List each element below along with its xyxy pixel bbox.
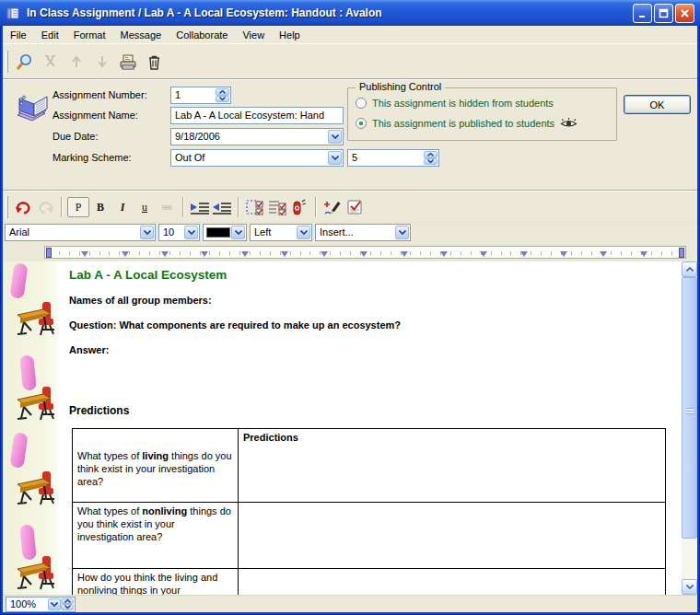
- checklist-button[interactable]: [266, 196, 288, 218]
- annotate-pen-button[interactable]: [321, 196, 344, 218]
- redo-button[interactable]: [34, 196, 56, 218]
- ruler-tab-marker[interactable]: [560, 251, 567, 257]
- marking-scheme-value: Out Of: [175, 152, 204, 163]
- ruler-tab-marker[interactable]: [480, 251, 487, 257]
- minimize-button[interactable]: [633, 4, 652, 23]
- italic-button[interactable]: I: [111, 196, 134, 218]
- document-editing-surface[interactable]: Lab A - A Local Ecosystem Names of all g…: [58, 261, 682, 595]
- table-answer-cell[interactable]: [239, 503, 665, 568]
- alignment-select[interactable]: Left: [250, 224, 312, 241]
- font-size-select[interactable]: 10: [158, 224, 200, 241]
- assignment-number-stepper[interactable]: 1: [170, 87, 231, 104]
- menu-format[interactable]: Format: [66, 27, 113, 43]
- assignment-name-input[interactable]: Lab A - A Local Ecosystem: Hand: [170, 107, 344, 124]
- radio-selected-icon[interactable]: [356, 118, 367, 129]
- menu-edit[interactable]: Edit: [34, 27, 66, 43]
- right-margin-marker[interactable]: [679, 248, 684, 258]
- marking-out-of-spin-buttons[interactable]: [424, 151, 438, 165]
- paragraph-style-button[interactable]: P: [67, 197, 89, 217]
- undo-icon: [15, 200, 32, 215]
- ok-button[interactable]: OK: [624, 95, 691, 114]
- marking-scheme-label: Marking Scheme:: [52, 152, 132, 163]
- scroll-down-button[interactable]: [682, 579, 697, 595]
- ruler-tab-marker[interactable]: [401, 251, 408, 257]
- assignment-number-spin-buttons[interactable]: [216, 88, 229, 102]
- due-date-dropdown-button[interactable]: [328, 130, 342, 144]
- trash-icon: [146, 53, 162, 71]
- delete-button[interactable]: [141, 50, 167, 74]
- font-family-value: Arial: [9, 226, 29, 238]
- alignment-dropdown-button[interactable]: [297, 226, 310, 239]
- indent-button[interactable]: [189, 196, 211, 218]
- search-button[interactable]: [12, 50, 38, 74]
- marking-out-of-stepper[interactable]: 5: [347, 149, 439, 167]
- zoom-control[interactable]: 100%: [6, 597, 76, 612]
- spin-up-icon[interactable]: [216, 88, 229, 96]
- decorative-margin-strip: [3, 261, 58, 595]
- maximize-icon: [659, 8, 669, 18]
- marking-scheme-dropdown-button[interactable]: [328, 151, 342, 165]
- maximize-button[interactable]: [654, 4, 673, 23]
- next-button[interactable]: [89, 50, 115, 74]
- ruler-tab-marker[interactable]: [81, 251, 88, 257]
- font-color-dropdown-button[interactable]: [231, 226, 245, 239]
- tools-button[interactable]: [38, 50, 64, 74]
- due-date-select[interactable]: 9/18/2006: [170, 128, 344, 145]
- radio-published-option[interactable]: This assignment is published to students: [356, 117, 578, 129]
- zoom-spin-buttons[interactable]: [61, 598, 74, 610]
- ruler-tab-marker[interactable]: [321, 251, 328, 257]
- checkbox-group-icon: [246, 199, 265, 215]
- font-size-dropdown-button[interactable]: [184, 226, 198, 239]
- ruler-tab-marker[interactable]: [122, 251, 129, 257]
- editor-toolbar-grip[interactable]: [6, 196, 8, 218]
- menu-view[interactable]: View: [235, 27, 272, 43]
- previous-button[interactable]: [64, 50, 89, 74]
- ruler-tab-marker[interactable]: [440, 251, 448, 257]
- scroll-up-button[interactable]: [682, 261, 697, 277]
- document-paragraph: Names of all group members:: [69, 295, 682, 307]
- ruler-tab-marker[interactable]: [600, 251, 607, 257]
- toolbar-grip[interactable]: [6, 51, 8, 73]
- table-answer-cell[interactable]: [239, 569, 665, 595]
- strikethrough-button[interactable]: sss: [156, 196, 178, 218]
- insert-number-button[interactable]: [288, 196, 310, 218]
- ruler-tab-marker[interactable]: [161, 251, 169, 257]
- ruler-tab-marker[interactable]: [241, 251, 249, 257]
- app-icon[interactable]: [6, 6, 21, 20]
- spin-down-icon[interactable]: [61, 604, 74, 610]
- underline-button[interactable]: u: [134, 196, 156, 218]
- form-checkbox-button[interactable]: [344, 196, 366, 218]
- undo-button[interactable]: [12, 196, 34, 218]
- radio-unselected-icon[interactable]: [356, 98, 367, 109]
- spin-down-icon[interactable]: [424, 158, 438, 166]
- ruler-tab-marker[interactable]: [360, 251, 368, 257]
- zoom-dropdown-button[interactable]: [48, 598, 61, 610]
- close-button[interactable]: [675, 4, 694, 23]
- ruler-tab-marker[interactable]: [520, 251, 528, 257]
- ruler-tab-marker[interactable]: [201, 251, 208, 257]
- ruler-tab-marker[interactable]: [281, 251, 288, 257]
- table-answer-cell[interactable]: [239, 447, 665, 502]
- radio-hidden-option[interactable]: This assignment is hidden from students: [356, 98, 554, 109]
- menu-help[interactable]: Help: [272, 27, 308, 43]
- checkbox-group-button[interactable]: [244, 196, 266, 218]
- font-family-select[interactable]: Arial: [5, 224, 156, 241]
- vertical-scrollbar[interactable]: [682, 261, 697, 595]
- spin-up-icon[interactable]: [424, 151, 438, 158]
- left-margin-marker[interactable]: [46, 248, 52, 258]
- outdent-button[interactable]: [211, 196, 233, 218]
- print-button[interactable]: [115, 50, 141, 74]
- scrollbar-thumb[interactable]: [682, 277, 697, 539]
- menu-collaborate[interactable]: Collaborate: [169, 27, 235, 43]
- menu-message[interactable]: Message: [113, 27, 169, 43]
- font-family-dropdown-button[interactable]: [140, 226, 154, 239]
- insert-select[interactable]: Insert...: [315, 224, 411, 241]
- insert-dropdown-button[interactable]: [395, 226, 409, 239]
- spin-down-icon[interactable]: [216, 96, 229, 103]
- marking-scheme-select[interactable]: Out Of: [170, 149, 344, 167]
- assignment-number-label: Assignment Number:: [52, 89, 147, 100]
- ruler-tab-marker[interactable]: [640, 251, 648, 257]
- font-color-select[interactable]: [203, 224, 247, 241]
- menu-file[interactable]: File: [3, 27, 34, 43]
- bold-button[interactable]: B: [89, 196, 111, 218]
